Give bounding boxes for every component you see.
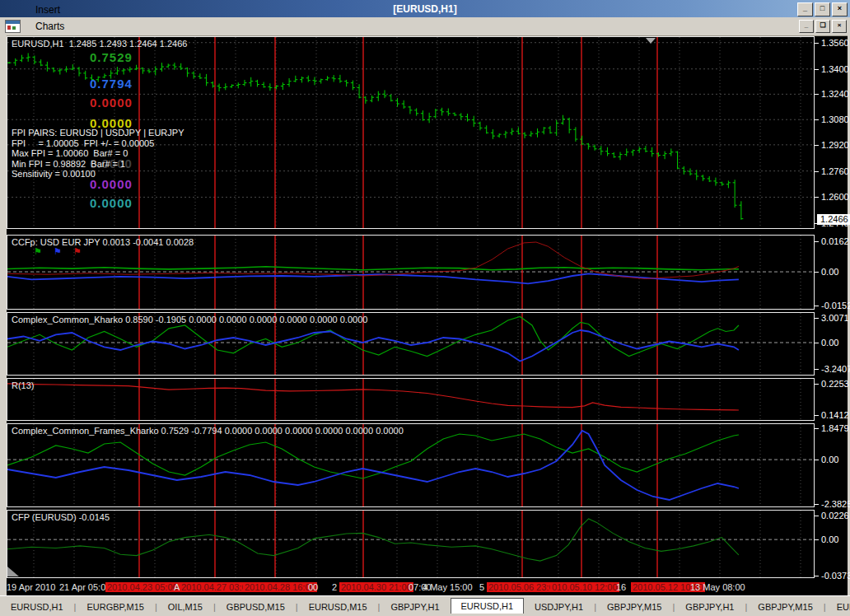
indicator-window-cfp[interactable]: CFP (EURUSD) -0.0145 (7, 510, 815, 578)
fpi-info-line: Max FPI = 1.00060 Bar# = 0 (12, 148, 128, 158)
indicator-header-r13: R(13) (12, 380, 35, 390)
child-minimize-button[interactable]: _ (799, 20, 814, 33)
time-axis-alert-label: 2010.04.23 05:00 (105, 582, 180, 592)
ccfp-legend-flags: ⚑⚑⚑ (34, 247, 82, 255)
scale-tick (815, 343, 819, 343)
time-axis-label: 4 May 15:00 (423, 582, 473, 592)
indicator-plot (7, 424, 815, 506)
maximize-button[interactable]: □ (815, 2, 830, 16)
price-scale-label: 1.2760 (821, 166, 849, 176)
chart-tab-0-eurusdh1[interactable]: EURUSD,H1 (0, 600, 74, 614)
close-button[interactable]: × (832, 2, 848, 16)
indicator-value-overlay: 0.7529 (90, 50, 133, 64)
scale-tick (815, 576, 819, 576)
main-chart-window[interactable]: EURUSD,H1 1.2485 1.2493 1.2464 1.24660.7… (7, 36, 815, 229)
scale-tick (815, 504, 819, 505)
chart-tab-4-eurusdm15[interactable]: EURUSD,M15 (298, 600, 378, 614)
window-title: [EURUSD,H1] (393, 3, 456, 15)
currency-flag-icon: ⚑ (54, 247, 62, 255)
chart-area[interactable]: EURUSD,H1 1.2485 1.2493 1.2464 1.24660.7… (7, 36, 848, 595)
scale-tick (815, 428, 819, 429)
indicator-window-complex-common-kharko[interactable]: Complex_Common_Kharko 0.8590 -0.1905 0.0… (7, 312, 815, 376)
chart-tab-8-gbpjpym15[interactable]: GBPJPY,M15 (596, 600, 672, 614)
scale-tick (815, 171, 819, 172)
title-bar: [EURUSD,H1] _□× (0, 0, 850, 17)
indicator-value-overlay: 0.0000 (90, 177, 133, 191)
currency-flag-icon: ⚑ (73, 247, 82, 255)
time-axis-label: 00 (308, 582, 318, 592)
menu-bar: FileViewInsertChartsToolsWindowHelp _❏× (0, 17, 850, 36)
chart-tab-7-usdjpyh1[interactable]: USDJPY,H1 (524, 600, 594, 614)
indicator-scale-label: 0.00 (821, 338, 838, 348)
scale-tick (815, 415, 819, 416)
price-scale-label: 1.2920 (821, 140, 849, 150)
menu-item-insert[interactable]: Insert (27, 2, 79, 18)
indicator-window-complex-common-frames-kharko[interactable]: Complex_Common_Frames_Kharko 0.7529 -0.7… (7, 423, 815, 507)
chart-tab-6-eurusdh1[interactable]: EURUSD,H1 (451, 598, 525, 614)
indicator-plot (7, 379, 815, 420)
series-usd (7, 267, 739, 270)
series-jpy (7, 242, 739, 279)
indicator-scale-label: -2.3825 (821, 499, 850, 509)
indicator-header-complex-common-frames-kharko: Complex_Common_Frames_Kharko 0.7529 -0.7… (12, 426, 404, 436)
child-close-button[interactable]: × (832, 20, 847, 33)
fpi-info-line: Min FPI = 0.98892 Bar# = 1 (12, 159, 125, 169)
chart-tab-10-gbpjpym15[interactable]: GBPJPY,M15 (747, 600, 823, 614)
indicator-scale-label: 0.0162 (821, 236, 849, 246)
indicator-window-r13[interactable]: R(13) (7, 378, 815, 421)
indicator-scale-label: 0.00 (821, 534, 838, 544)
current-price-label: 1.2466 (817, 214, 850, 225)
time-axis[interactable]: 19 Apr 201021 Apr 05:002010.04.23 05:00A… (7, 581, 848, 595)
series-green (7, 434, 739, 478)
scale-tick (815, 369, 819, 370)
fpi-info-line: FPI PAIRS: EURUSD | USDJPY | EURJPY (12, 128, 184, 138)
indicator-value-overlay: 0.7794 (90, 77, 133, 91)
indicator-window-ccfp[interactable]: CCFp: USD EUR JPY 0.0013 -0.0041 0.0028⚑… (7, 235, 815, 310)
price-scale-label: 1.2600 (821, 192, 849, 202)
window-left-border (0, 35, 7, 595)
indicator-scale-label: -0.0373 (821, 571, 850, 581)
indicator-scale-label: -0.0152 (821, 301, 850, 310)
scale-tick (815, 69, 819, 70)
chart-system-icon[interactable] (5, 20, 21, 33)
child-restore-button[interactable]: ❏ (815, 20, 830, 33)
chart-tab-1-eurgbpm15[interactable]: EURGBP,M15 (76, 600, 155, 614)
scale-tick (815, 119, 819, 120)
menu-item-charts[interactable]: Charts (27, 18, 79, 35)
indicator-scale-label: 3.0071 (821, 313, 849, 323)
chart-tab-9-gbpjpyh1[interactable]: GBPJPY,H1 (675, 600, 745, 614)
metatrader-window: [EURUSD,H1] _□× FileViewInsertChartsTool… (0, 0, 850, 616)
scale-tick (815, 145, 819, 146)
chart-tab-3-gbpusdm15[interactable]: GBPUSD,M15 (216, 600, 296, 614)
indicator-scale-label: 0.00 (821, 267, 838, 277)
time-axis-label: 2 (332, 582, 337, 592)
scale-tick (815, 539, 819, 540)
time-axis-alert-label: 2010.04.30 21:00 (339, 582, 413, 592)
time-axis-label: 16 (616, 582, 626, 592)
indicator-plot (7, 511, 815, 577)
chart-tab-2-oilm15[interactable]: OIL,M15 (157, 600, 213, 614)
chart-tabs: EURUSD,H1|EURGBP,M15|OIL,M15|GBPUSD,M15|… (0, 598, 850, 614)
time-axis-alert-label: 010.05.10 12:00 (550, 582, 619, 592)
indicator-scale-label: 1.8479 (821, 423, 849, 433)
chart-tab-11-eurusdm15[interactable]: EURUSD,M15 (826, 600, 850, 614)
time-axis-label: 21 Apr 05:00 (59, 582, 110, 592)
time-axis-label: 13 May 08:00 (690, 582, 745, 592)
scale-tick (815, 272, 819, 273)
fpi-info-line: FPI = 1.00005 FPI +/- = 0.00005 (12, 138, 154, 148)
chart-tabs-bar: EURUSD,H1|EURGBP,M15|OIL,M15|GBPUSD,M15|… (0, 595, 850, 614)
time-axis-alert-label: 2010.04.28 16:00 (243, 582, 317, 592)
time-axis-label: 19 Apr 2010 (7, 582, 55, 592)
chart-tab-5-gbpjpyh1[interactable]: GBPJPY,H1 (380, 600, 450, 614)
price-scale-label: 1.3400 (821, 64, 849, 74)
minimize-button[interactable]: _ (797, 2, 813, 16)
time-axis-label: 5 (479, 582, 484, 592)
indicator-value-overlay: 0.0000 (90, 196, 133, 210)
currency-flag-icon: ⚑ (34, 247, 42, 255)
scale-tick (815, 318, 819, 319)
price-scale-label: 1.3240 (821, 89, 849, 99)
indicator-scale-label: 0.1412 (821, 410, 849, 420)
series-r (7, 384, 739, 410)
indicator-header-complex-common-kharko: Complex_Common_Kharko 0.8590 -0.1905 0.0… (12, 315, 367, 324)
indicator-header-cfp: CFP (EURUSD) -0.0145 (12, 512, 110, 522)
